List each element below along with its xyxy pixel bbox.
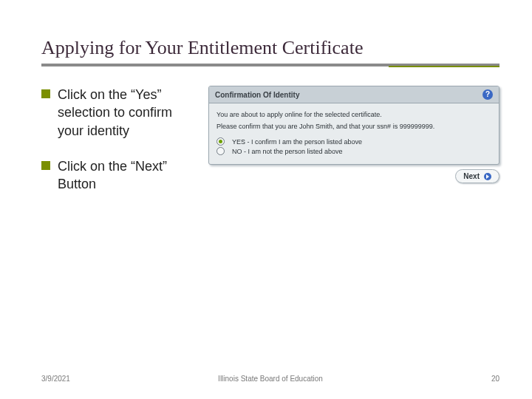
bullet-text: Click on the “Yes” selection to confirm … (58, 86, 197, 140)
radio-group: YES - I confirm I am the person listed a… (216, 137, 491, 155)
panel-paragraph: You are about to apply online for the se… (216, 111, 491, 118)
panel-header: Confirmation Of Identity ? (209, 86, 499, 103)
panel-paragraph: Please confirm that you are John Smith, … (216, 123, 491, 130)
radio-option-no[interactable]: NO - I am not the person listed above (216, 147, 491, 155)
body: Click on the “Yes” selection to confirm … (41, 86, 499, 211)
bullet-text: Click on the “Next” Button (58, 157, 197, 194)
next-button[interactable]: Next (455, 169, 499, 183)
radio-label: NO - I am not the person listed above (232, 148, 343, 155)
slide: Applying for Your Entitlement Certificat… (0, 0, 532, 399)
bullet-list: Click on the “Yes” selection to confirm … (41, 86, 197, 211)
radio-icon (216, 137, 225, 146)
confirmation-panel: Confirmation Of Identity ? You are about… (208, 86, 499, 165)
help-icon[interactable]: ? (482, 89, 493, 100)
panel-body: You are about to apply online for the se… (209, 103, 499, 164)
footer-org: Illinois State Board of Education (218, 375, 323, 383)
radio-icon (216, 147, 225, 155)
title-rule (41, 64, 499, 66)
panel-title-text: Confirmation Of Identity (215, 91, 299, 99)
footer-date: 3/9/2021 (41, 375, 70, 383)
footer: 3/9/2021 Illinois State Board of Educati… (41, 375, 499, 383)
next-button-label: Next (463, 172, 480, 180)
bullet-icon (41, 89, 50, 98)
list-item: Click on the “Yes” selection to confirm … (41, 86, 197, 140)
footer-page-number: 20 (491, 375, 499, 383)
page-title: Applying for Your Entitlement Certificat… (41, 37, 499, 59)
arrow-right-icon (484, 173, 491, 180)
radio-label: YES - I confirm I am the person listed a… (232, 138, 362, 146)
radio-option-yes[interactable]: YES - I confirm I am the person listed a… (216, 137, 491, 146)
bullet-icon (41, 161, 50, 170)
list-item: Click on the “Next” Button (41, 157, 197, 194)
screenshot-panel-wrap: Confirmation Of Identity ? You are about… (208, 86, 499, 183)
next-button-row: Next (208, 169, 499, 183)
